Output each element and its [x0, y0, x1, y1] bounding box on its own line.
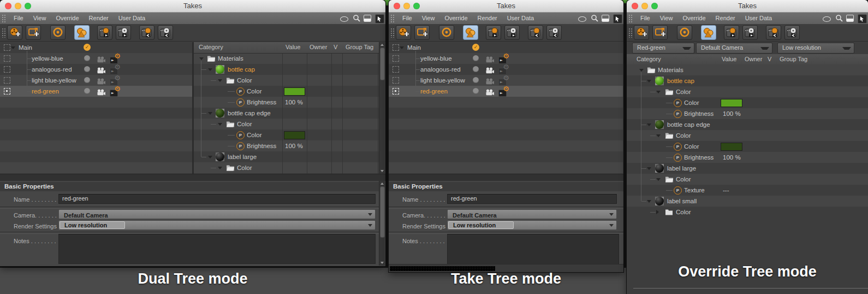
current-take-button[interactable] [701, 25, 716, 40]
override-row[interactable]: label large [194, 151, 379, 162]
render-all-play-button[interactable] [742, 25, 758, 40]
menu-file[interactable]: File [397, 13, 417, 24]
minimize-button[interactable] [641, 3, 648, 9]
minimize-button[interactable] [15, 3, 21, 9]
category-name[interactable]: label large [228, 151, 257, 162]
parameter-name[interactable]: Color [247, 130, 261, 140]
take-select-dot[interactable] [473, 77, 479, 83]
vertical-scrollbar[interactable] [379, 42, 385, 174]
zoom-button[interactable] [651, 3, 658, 9]
vertical-scrollbar[interactable] [379, 181, 385, 266]
render-settings-icon[interactable]: ►⚙ [110, 64, 121, 74]
export-all-button[interactable] [158, 25, 173, 40]
category-name[interactable]: Color [676, 207, 691, 217]
take-name[interactable]: red-green [32, 86, 59, 97]
new-child-take-button[interactable] [652, 25, 668, 40]
override-row[interactable]: Color [194, 75, 379, 86]
take-name[interactable]: Main [407, 42, 421, 53]
drag-handle-icon[interactable] [628, 14, 633, 22]
take-target-icon[interactable] [393, 66, 399, 73]
take-select-dot[interactable] [84, 55, 90, 61]
override-row[interactable]: PColor [627, 141, 868, 152]
override-row[interactable]: PBrightness100 % [194, 140, 379, 151]
close-button[interactable] [632, 3, 638, 9]
render-marked-play-button[interactable] [486, 25, 501, 40]
parameter-value[interactable]: --- [723, 185, 729, 196]
category-name[interactable]: label small [667, 196, 697, 207]
override-row[interactable]: label small [627, 196, 868, 207]
menu-override[interactable]: Override [51, 13, 84, 24]
render-settings-icon[interactable]: ►⚙ [498, 86, 509, 96]
take-row[interactable]: Main ✓ [389, 42, 623, 53]
override-row[interactable]: Materials [627, 64, 868, 75]
menu-render[interactable]: Render [711, 13, 740, 24]
parameter-name[interactable]: Color [684, 141, 699, 152]
category-name[interactable]: Color [676, 130, 691, 141]
take-target-icon[interactable] [393, 55, 399, 62]
parameter-name[interactable]: Brightness [684, 152, 714, 163]
material-sphere-icon[interactable] [216, 152, 224, 161]
menu-file[interactable]: File [635, 13, 655, 24]
category-name[interactable]: Color [676, 86, 691, 97]
take-select-dot[interactable] [473, 66, 479, 72]
new-child-take-button[interactable] [414, 25, 430, 40]
take-row[interactable]: analogous-red ►⚙ [0, 64, 192, 75]
layout-panel-icon[interactable] [602, 15, 609, 22]
render-filter-dropdown[interactable]: Low resolution [777, 43, 854, 54]
override-ring-button[interactable] [677, 25, 692, 40]
chevron-down-icon[interactable] [218, 123, 222, 126]
chevron-down-icon[interactable] [647, 80, 651, 83]
export-all-button[interactable] [784, 25, 800, 40]
color-swatch[interactable] [284, 87, 305, 96]
title-bar[interactable]: Takes [389, 0, 623, 13]
search-icon[interactable] [353, 14, 360, 24]
override-row[interactable]: PColor [194, 86, 379, 97]
chevron-down-icon[interactable] [647, 124, 651, 126]
override-row[interactable]: PColor [627, 97, 868, 108]
current-take-button[interactable] [74, 25, 90, 40]
take-name[interactable]: light blue-yellow [420, 75, 465, 86]
render-settings-icon[interactable]: ►⚙ [110, 54, 121, 63]
override-ring-button[interactable] [50, 25, 66, 40]
override-ring-button[interactable] [439, 25, 454, 40]
camera-dropdown[interactable]: Default Camera [58, 209, 376, 219]
category-name[interactable]: bottle cap [667, 75, 694, 86]
category-name[interactable]: bottle cap [228, 64, 255, 75]
override-row[interactable]: PTexture--- [627, 185, 868, 196]
take-target-icon[interactable] [393, 44, 399, 51]
render-settings-icon[interactable]: ►⚙ [110, 86, 121, 96]
render-all-play-button[interactable] [504, 25, 520, 40]
take-select-dot[interactable] [473, 55, 479, 61]
parameter-value[interactable]: 100 % [285, 140, 303, 151]
close-button[interactable] [394, 3, 400, 9]
override-row[interactable]: bottle cap edge [627, 119, 868, 130]
layout-panel-icon[interactable] [364, 15, 371, 22]
zoom-button[interactable] [25, 3, 31, 9]
take-row-selected[interactable]: red-green ►⚙ [389, 86, 623, 97]
menu-view[interactable]: View [417, 13, 440, 24]
scroll-down-arrow[interactable] [380, 169, 384, 173]
export-all-button[interactable] [546, 25, 562, 40]
parameter-name[interactable]: Color [684, 97, 699, 108]
export-marked-button[interactable] [766, 25, 781, 40]
take-row[interactable]: yellow-blue ►⚙ [0, 53, 192, 64]
camera-filter-dropdown[interactable]: Default Camera [696, 43, 772, 54]
take-filter-dropdown[interactable]: Red-green [632, 43, 694, 54]
menu-user-data[interactable]: User Data [114, 13, 151, 24]
override-row[interactable]: Color [194, 119, 379, 130]
take-row[interactable]: Main ✓ [0, 42, 192, 53]
notes-textarea[interactable] [58, 234, 376, 264]
category-name[interactable]: label large [667, 163, 696, 174]
parameter-value[interactable]: 100 % [723, 108, 741, 119]
material-sphere-icon[interactable] [655, 77, 664, 85]
take-name[interactable]: analogous-red [32, 64, 72, 75]
eye-icon[interactable] [823, 16, 831, 22]
parameter-value[interactable]: 100 % [723, 152, 741, 163]
menu-view[interactable]: View [28, 13, 51, 24]
category-name[interactable]: bottle cap edge [228, 108, 271, 119]
chevron-down-icon[interactable] [400, 46, 404, 49]
category-name[interactable]: Color [237, 75, 252, 86]
drag-handle-icon[interactable] [390, 14, 395, 22]
new-child-take-button[interactable] [26, 25, 41, 40]
chevron-down-icon[interactable] [208, 112, 212, 115]
